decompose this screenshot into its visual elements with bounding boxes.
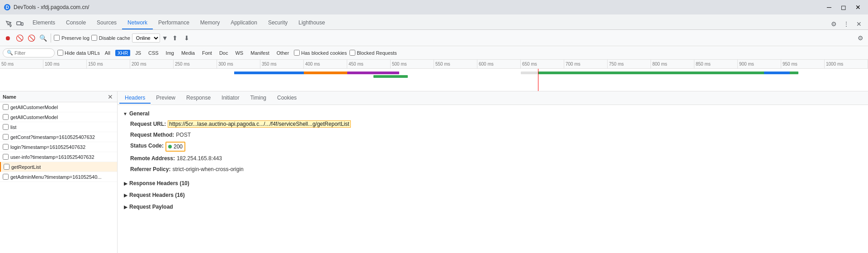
- tick-300: 300 ms: [217, 60, 260, 68]
- tab-performance[interactable]: Performance: [153, 17, 195, 29]
- tab-cookies[interactable]: Cookies: [272, 93, 302, 104]
- blocked-cookies-checkbox[interactable]: [294, 50, 300, 56]
- tab-lighthouse[interactable]: Lighthouse: [293, 17, 330, 29]
- disable-cache-checkbox[interactable]: [91, 35, 97, 41]
- filter-all[interactable]: All: [103, 50, 113, 56]
- tick-400: 400 ms: [304, 60, 347, 68]
- bar-5: [373, 75, 408, 78]
- referrer-policy-label: Referrer Policy:: [130, 165, 170, 173]
- hide-data-urls-checkbox[interactable]: [57, 50, 63, 56]
- import-button[interactable]: ⬆: [170, 33, 180, 43]
- tab-memory[interactable]: Memory: [195, 17, 225, 29]
- bar-8: [764, 72, 790, 74]
- tab-security[interactable]: Security: [263, 17, 293, 29]
- referrer-policy-row: Referrer Policy: strict-origin-when-cros…: [123, 164, 863, 175]
- settings-button[interactable]: ⚙: [828, 19, 839, 29]
- tab-preview[interactable]: Preview: [151, 93, 181, 104]
- filter-input-wrap: 🔍: [3, 48, 55, 57]
- tab-sources[interactable]: Sources: [91, 17, 122, 29]
- request-name: getAllCustomerModel: [10, 105, 58, 110]
- search-button[interactable]: 🔍: [38, 33, 48, 43]
- general-section-header[interactable]: ▼ General: [123, 109, 863, 119]
- request-checkbox-4[interactable]: [3, 134, 9, 140]
- tick-550: 550 ms: [434, 60, 477, 68]
- filter-ws[interactable]: WS: [233, 50, 245, 56]
- tick-100: 100 ms: [43, 60, 87, 68]
- filter-input[interactable]: [14, 50, 51, 56]
- tick-950: 950 ms: [781, 60, 825, 68]
- list-item[interactable]: getAdminMenu?timestamp=161052540...: [0, 172, 117, 182]
- device-toggle-button[interactable]: [14, 19, 25, 29]
- clear-button[interactable]: 🚫: [26, 33, 36, 43]
- svg-rect-3: [21, 23, 23, 25]
- list-item-selected[interactable]: getReportList: [0, 162, 117, 172]
- response-headers-expander[interactable]: ▶ Response Headers (10): [123, 178, 863, 188]
- list-item[interactable]: getAllCustomerModel: [0, 102, 117, 112]
- bar-4: [347, 72, 399, 74]
- request-checkbox-8[interactable]: [3, 174, 9, 180]
- filter-doc[interactable]: Doc: [217, 50, 231, 56]
- filter-js[interactable]: JS: [133, 50, 143, 56]
- close-devtools-button[interactable]: ✕: [854, 19, 864, 29]
- disable-cache-label[interactable]: Disable cache: [91, 35, 130, 41]
- timeline-ruler: 50 ms 100 ms 150 ms 200 ms 250 ms 300 ms…: [0, 60, 868, 69]
- filter-other[interactable]: Other: [274, 50, 292, 56]
- throttle-select[interactable]: Online: [132, 33, 160, 43]
- list-item[interactable]: getConst?timestamp=1610525407632: [0, 132, 117, 142]
- filter-media[interactable]: Media: [179, 50, 197, 56]
- filter-css[interactable]: CSS: [146, 50, 161, 56]
- blocked-cookies-label[interactable]: Has blocked cookies: [294, 50, 347, 56]
- filter-img[interactable]: Img: [164, 50, 176, 56]
- list-item[interactable]: list: [0, 122, 117, 132]
- blocked-requests-label[interactable]: Blocked Requests: [349, 50, 397, 56]
- tab-initiator[interactable]: Initiator: [216, 93, 245, 104]
- request-checkbox-3[interactable]: [3, 124, 9, 130]
- hide-data-urls-label[interactable]: Hide data URLs: [57, 50, 100, 56]
- tick-600: 600 ms: [477, 60, 521, 68]
- name-column-header: Name: [3, 94, 106, 100]
- filter-font[interactable]: Font: [200, 50, 214, 56]
- export-button[interactable]: ⬇: [182, 33, 192, 43]
- inspect-element-button[interactable]: [4, 19, 14, 29]
- request-checkbox-1[interactable]: [3, 104, 9, 110]
- tab-headers[interactable]: Headers: [119, 93, 151, 104]
- tab-network[interactable]: Network: [122, 17, 153, 29]
- request-checkbox-2[interactable]: [3, 114, 9, 120]
- network-settings-button[interactable]: ⚙: [855, 33, 865, 43]
- filter-xhr[interactable]: XHR: [115, 50, 130, 56]
- stop-button[interactable]: 🚫: [14, 33, 24, 43]
- tab-response[interactable]: Response: [181, 93, 216, 104]
- tab-console[interactable]: Console: [61, 17, 91, 29]
- customize-button[interactable]: ⋮: [841, 19, 852, 29]
- preserve-log-checkbox[interactable]: [54, 35, 60, 41]
- list-item[interactable]: getAllCustomerModel: [0, 112, 117, 122]
- request-checkbox-6[interactable]: [3, 154, 9, 160]
- tick-450: 450 ms: [347, 60, 391, 68]
- list-item[interactable]: login?timestamp=1610525407632: [0, 142, 117, 152]
- tick-350: 350 ms: [260, 60, 304, 68]
- list-item[interactable]: user-info?timestamp=1610525407632: [0, 152, 117, 162]
- request-headers-expander[interactable]: ▶ Request Headers (16): [123, 190, 863, 200]
- tab-timing[interactable]: Timing: [245, 93, 272, 104]
- timeline-area: 50 ms 100 ms 150 ms 200 ms 250 ms 300 ms…: [0, 60, 868, 91]
- minimize-button[interactable]: ─: [823, 2, 835, 12]
- blocked-requests-checkbox[interactable]: [349, 50, 355, 56]
- request-checkbox-7[interactable]: [4, 164, 9, 170]
- request-checkbox-5[interactable]: [3, 144, 9, 150]
- filter-manifest[interactable]: Manifest: [248, 50, 272, 56]
- requests-header: Name ✕: [0, 91, 117, 102]
- close-button[interactable]: ✕: [852, 2, 864, 12]
- tick-650: 650 ms: [521, 60, 564, 68]
- separator-1: [51, 33, 51, 43]
- request-payload-expander[interactable]: ▶ Request Payload: [123, 202, 863, 212]
- record-button[interactable]: ⏺: [3, 33, 13, 43]
- request-name: list: [10, 124, 16, 130]
- tab-application[interactable]: Application: [225, 17, 263, 29]
- preserve-log-label[interactable]: Preserve log: [54, 35, 90, 41]
- request-method-row: Request Method: POST: [123, 129, 863, 140]
- tab-elements[interactable]: Elements: [27, 17, 61, 29]
- close-panel-button[interactable]: ✕: [106, 93, 114, 101]
- general-arrow: ▼: [123, 111, 127, 116]
- restore-button[interactable]: ◻: [837, 2, 850, 12]
- tick-800: 800 ms: [651, 60, 694, 68]
